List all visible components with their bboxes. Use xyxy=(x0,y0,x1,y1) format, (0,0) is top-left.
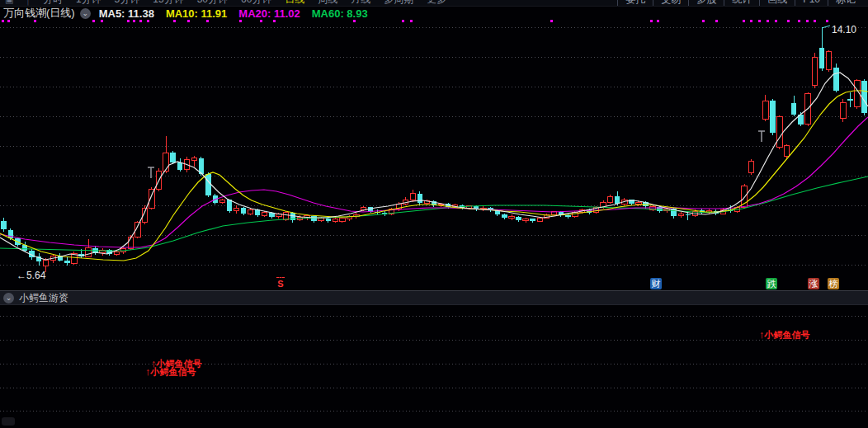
chevron-down-icon[interactable]: ⌄ xyxy=(3,293,14,303)
price-annotation: ←5.64 xyxy=(17,270,46,281)
ma-lines-layer xyxy=(0,73,868,261)
sell-signal-marker: S xyxy=(276,277,285,289)
badge-榜[interactable]: 榜 xyxy=(828,278,839,289)
event-dots xyxy=(2,20,828,22)
gridlines xyxy=(0,28,868,412)
buy-signal-label: ↑小鳄鱼信号 xyxy=(759,328,810,341)
price-annotation: 14.10 xyxy=(832,24,856,35)
chart-svg: ←5.6414.10 xyxy=(0,0,868,428)
corner-artifact xyxy=(2,417,15,426)
stock-app-window: ▣ │ 分时1分钟5分钟15分钟30分钟60分钟日线周线月线多周期更多 委托交易… xyxy=(0,0,868,428)
subpanel-header: ⌄ 小鳄鱼游资 xyxy=(0,290,868,305)
t-markers xyxy=(148,131,765,178)
badge-跌[interactable]: 跌 xyxy=(766,278,777,289)
subpanel-title: 小鳄鱼游资 xyxy=(19,291,68,305)
badge-涨[interactable]: 涨 xyxy=(808,278,819,289)
badge-财[interactable]: 财 xyxy=(650,278,662,289)
buy-signal-label: ↑小鳄鱼信号 xyxy=(145,365,196,379)
main-chart-canvas[interactable]: ←5.6414.10 xyxy=(0,0,868,428)
candles-layer xyxy=(1,27,867,272)
